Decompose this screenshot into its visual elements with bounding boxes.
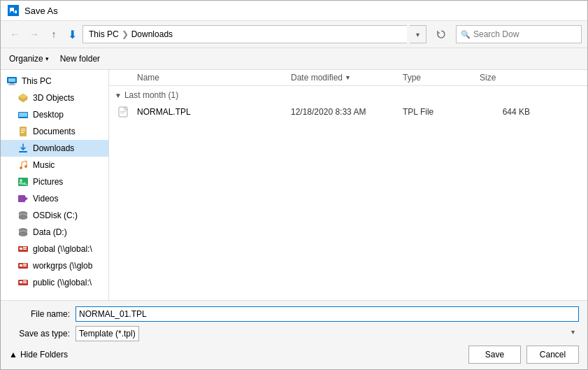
hide-folders-button[interactable]: ▲ Hide Folders xyxy=(9,350,68,360)
bottom-buttons: ▲ Hide Folders Save Cancel xyxy=(9,346,579,364)
title-bar-text: Save As xyxy=(24,6,58,16)
svg-rect-32 xyxy=(23,249,27,250)
sidebar-item-this-pc-label: This PC xyxy=(22,76,52,86)
sidebar-item-music[interactable]: Music xyxy=(1,157,108,173)
pictures-icon xyxy=(17,176,29,187)
svg-rect-11 xyxy=(19,113,27,117)
sidebar-item-videos[interactable]: Videos xyxy=(1,190,108,207)
filename-input[interactable] xyxy=(76,306,579,322)
title-bar: Save As xyxy=(1,1,587,21)
file-type: TPL File xyxy=(403,107,480,117)
address-current: Downloads xyxy=(131,29,173,39)
column-date-modified[interactable]: Date modified ▼ xyxy=(291,73,403,83)
svg-point-28 xyxy=(19,233,27,236)
svg-rect-36 xyxy=(23,266,27,267)
3d-objects-icon xyxy=(17,92,29,104)
svg-rect-38 xyxy=(20,281,22,283)
sidebar-item-desktop[interactable]: Desktop xyxy=(1,106,108,123)
svg-rect-43 xyxy=(120,113,124,113)
main-area: This PC 3D Objects xyxy=(1,70,587,300)
second-toolbar: Organize ▾ New folder xyxy=(1,48,587,70)
save-button[interactable]: Save xyxy=(468,346,521,364)
address-dropdown-button[interactable]: ▾ xyxy=(410,25,426,43)
svg-point-18 xyxy=(24,165,27,168)
up-button[interactable]: ↑ xyxy=(45,26,62,43)
table-row[interactable]: NORMAL.TPL 12/18/2020 8:33 AM TPL File 6… xyxy=(109,104,587,120)
svg-rect-39 xyxy=(23,280,27,282)
public-icon xyxy=(17,277,29,288)
column-size[interactable]: Size xyxy=(480,73,536,83)
sidebar-item-osdisk[interactable]: OSDisk (C:) xyxy=(1,207,108,224)
forward-button[interactable]: → xyxy=(26,26,43,43)
documents-icon xyxy=(17,126,29,137)
svg-rect-21 xyxy=(18,195,25,202)
path-icon: ⬇ xyxy=(68,28,77,41)
back-button[interactable]: ← xyxy=(6,26,23,43)
svg-rect-31 xyxy=(23,247,27,248)
svg-rect-40 xyxy=(23,283,27,284)
column-type-label: Type xyxy=(403,73,421,83)
svg-point-17 xyxy=(20,166,22,169)
file-icon xyxy=(109,106,137,118)
sidebar-item-documents-label: Documents xyxy=(33,127,76,136)
hide-folders-chevron-icon: ▲ xyxy=(9,350,17,360)
column-type[interactable]: Type xyxy=(403,73,480,83)
sidebar-item-documents[interactable]: Documents xyxy=(1,123,108,140)
file-name: NORMAL.TPL xyxy=(137,107,291,117)
organize-button[interactable]: Organize ▾ xyxy=(6,51,52,66)
svg-point-25 xyxy=(19,216,27,220)
sidebar-item-3d-objects[interactable]: 3D Objects xyxy=(1,90,108,106)
address-root: This PC xyxy=(89,29,119,39)
sidebar-item-data-d[interactable]: Data (D:) xyxy=(1,224,108,241)
file-date: 12/18/2020 8:33 AM xyxy=(291,107,403,117)
search-input[interactable] xyxy=(473,29,578,39)
sidebar-item-workgrps[interactable]: workgrps (\\glob xyxy=(1,257,108,274)
sidebar-item-3d-objects-label: 3D Objects xyxy=(33,93,74,103)
svg-rect-15 xyxy=(21,132,24,133)
column-size-label: Size xyxy=(480,73,496,83)
svg-rect-12 xyxy=(20,127,27,136)
sidebar-item-public-label: public (\\global:\ xyxy=(33,278,92,287)
savetype-wrapper: Template (*.tpl) xyxy=(76,326,579,341)
savetype-label: Save as type: xyxy=(9,329,76,339)
new-folder-button[interactable]: New folder xyxy=(57,51,103,66)
sidebar-item-downloads-label: Downloads xyxy=(33,143,74,153)
column-name[interactable]: Name xyxy=(109,73,291,83)
svg-rect-30 xyxy=(20,248,22,250)
sidebar-item-osdisk-label: OSDisk (C:) xyxy=(33,211,78,220)
search-icon: 🔍 xyxy=(461,30,471,39)
sidebar-item-global[interactable]: global (\\global:\ xyxy=(1,241,108,257)
desktop-icon xyxy=(17,109,29,120)
cancel-button[interactable]: Cancel xyxy=(526,346,579,364)
sidebar-item-pictures[interactable]: Pictures xyxy=(1,173,108,190)
filename-label: File name: xyxy=(9,309,76,319)
nav-panel: This PC 3D Objects xyxy=(1,70,109,300)
svg-rect-7 xyxy=(8,85,15,85)
svg-rect-34 xyxy=(20,264,22,266)
group-last-month[interactable]: ▼ Last month (1) xyxy=(109,86,587,104)
file-list-body: ▼ Last month (1) NORMAL.TPL xyxy=(109,86,587,300)
data-d-icon xyxy=(17,227,29,238)
svg-rect-16 xyxy=(19,151,27,152)
savetype-row: Save as type: Template (*.tpl) xyxy=(9,326,579,341)
svg-rect-13 xyxy=(21,129,25,129)
this-pc-icon xyxy=(6,76,17,87)
workgrps-icon xyxy=(17,260,29,271)
svg-rect-35 xyxy=(23,264,27,265)
refresh-button[interactable] xyxy=(432,25,450,43)
search-box[interactable]: 🔍 xyxy=(456,25,582,43)
sort-desc-icon: ▼ xyxy=(345,74,351,81)
sidebar-item-this-pc[interactable]: This PC xyxy=(1,73,108,90)
svg-marker-22 xyxy=(25,197,28,201)
bottom-area: File name: Save as type: Template (*.tpl… xyxy=(1,300,587,369)
sidebar-item-public[interactable]: public (\\global:\ xyxy=(1,274,108,291)
hide-folders-label: Hide Folders xyxy=(20,350,68,360)
savetype-select[interactable]: Template (*.tpl) xyxy=(76,326,139,341)
column-name-label: Name xyxy=(137,73,159,83)
column-date-label: Date modified xyxy=(291,73,343,83)
address-bar[interactable]: This PC ❯ Downloads xyxy=(83,25,407,43)
filename-row: File name: xyxy=(9,306,579,322)
sidebar-item-downloads[interactable]: Downloads xyxy=(1,140,108,157)
new-folder-label: New folder xyxy=(60,54,100,64)
svg-rect-2 xyxy=(15,10,17,13)
